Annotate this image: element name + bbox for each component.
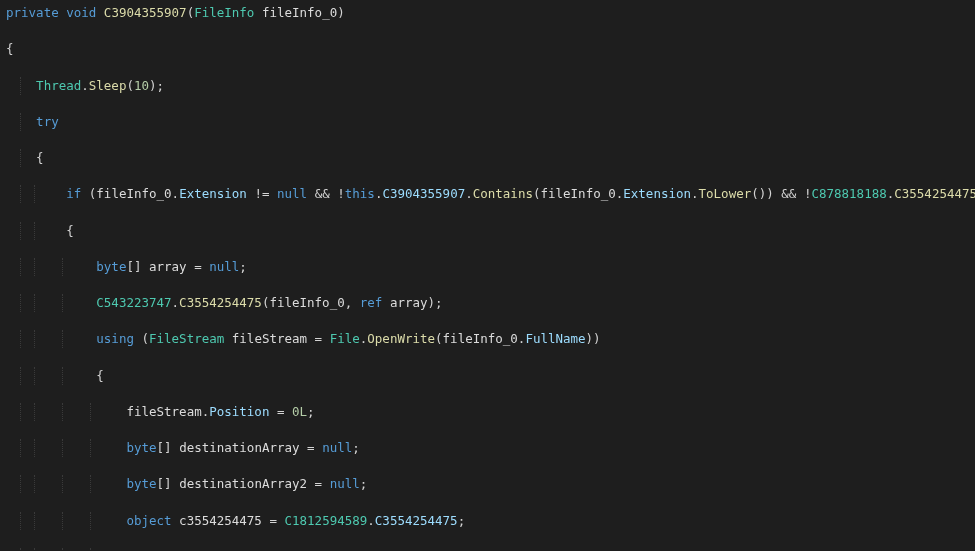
code-line: using (FileStream fileStream = File.Open… [6,330,975,348]
code-line: byte[] destinationArray = null; [6,439,975,457]
code-line: if (fileInfo_0.Extension != null && !thi… [6,185,975,203]
code-line: byte[] destinationArray2 = null; [6,475,975,493]
code-line: Thread.Sleep(10); [6,77,975,95]
code-line: { [6,222,975,240]
code-line: { [6,40,975,58]
code-line: byte[] array = null; [6,258,975,276]
code-line: try [6,113,975,131]
code-line: private void C3904355907(FileInfo fileIn… [6,4,975,22]
code-line: C543223747.C3554254475(fileInfo_0, ref a… [6,294,975,312]
code-line: { [6,149,975,167]
code-line: object c3554254475 = C1812594589.C355425… [6,512,975,530]
code-line: { [6,367,975,385]
code-line: fileStream.Position = 0L; [6,403,975,421]
code-editor[interactable]: private void C3904355907(FileInfo fileIn… [6,4,975,551]
